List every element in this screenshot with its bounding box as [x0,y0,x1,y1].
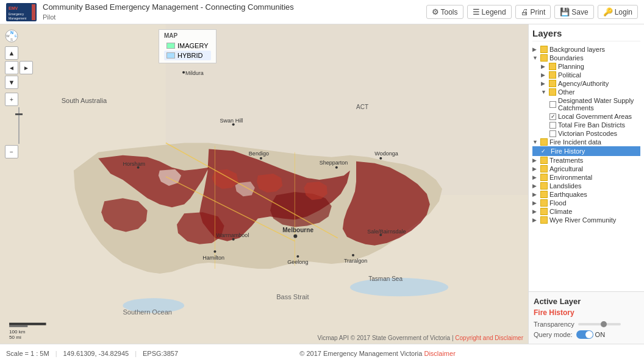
folder-icon [549,63,556,70]
sub-title: Pilot [43,13,294,21]
wye-river-label: Wye River Community [549,216,616,224]
copyright-text: Vicmap API © 2017 State Government of Vi… [317,335,455,341]
tools-button[interactable]: ⚙ Tools [426,5,463,19]
svg-text:E: E [15,34,17,38]
svg-text:Traralgon: Traralgon [344,258,367,264]
map-container[interactable]: South Australia ACT Bass Strait Southern… [0,24,528,344]
imagery-option[interactable]: IMAGERY [164,41,211,51]
expand-icon: ▶ [532,166,538,172]
local-gov-item[interactable]: Local Government Areas [532,112,640,121]
svg-point-23 [293,235,297,238]
compass-rose: N S W E [5,29,18,43]
hybrid-option[interactable]: HYBRID [164,51,211,60]
fire-ban-item[interactable]: Total Fire Ban Districts [532,121,640,129]
environmental-item[interactable]: ▶ Environmental [532,173,640,182]
svg-text:Mildura: Mildura [185,70,204,76]
save-button[interactable]: 💾 Save [554,5,593,19]
svg-text:N: N [10,30,13,35]
agency-label: Agency/Authority [558,80,609,87]
background-layers-label: Background layers [549,46,605,53]
transparency-handle [601,321,607,327]
query-mode-toggle[interactable] [576,330,593,339]
svg-text:South Australia: South Australia [62,97,107,104]
print-button[interactable]: 🖨 Print [515,5,551,19]
svg-text:Hamilton: Hamilton [202,255,224,261]
zoom-track [18,107,20,144]
wye-river-item[interactable]: ▶ Wye River Community [532,216,640,224]
treatments-item[interactable]: ▶ Treatments [532,156,640,165]
header-right: ⚙ Tools ☰ Legend 🖨 Print 💾 Save 🔑 Login [426,5,638,19]
transparency-label: Transparency [534,321,574,328]
fire-history-item[interactable]: ✓ Fire History [532,146,640,156]
layers-section: Layers ▶ Background layers ▼ Boundaries … [529,24,644,291]
copyright-notice: Vicmap API © 2017 State Government of Vi… [317,335,523,341]
political-label: Political [558,71,581,79]
agricultural-label: Agricultural [549,165,583,172]
other-label: Other [558,88,575,96]
checkbox-unchecked[interactable] [549,122,556,129]
earthquakes-item[interactable]: ▶ Earthquakes [532,190,640,199]
agricultural-item[interactable]: ▶ Agricultural [532,165,640,173]
expand-icon: ▼ [532,55,538,61]
pan-right-button[interactable]: ► [20,61,33,74]
political-item[interactable]: ▶ Political [532,71,640,79]
svg-text:Emergency: Emergency [9,12,24,16]
checkbox-unchecked[interactable] [549,101,556,108]
save-label: Save [571,8,588,16]
svg-text:EMV: EMV [9,6,18,10]
fire-incident-item[interactable]: ▼ Fire Incident data [532,138,640,146]
folder-icon [549,71,556,79]
climate-item[interactable]: ▶ Climate [532,207,640,216]
expand-icon: ▶ [541,63,547,69]
svg-point-25 [296,255,299,258]
expand-icon: ▼ [541,89,547,95]
zoom-slider-track[interactable] [5,106,33,145]
legend-button[interactable]: ☰ Legend [467,5,512,19]
right-panel: Layers ▶ Background layers ▼ Boundaries … [528,24,644,344]
agency-item[interactable]: ▶ Agency/Authority [532,79,640,88]
zoom-out-button[interactable]: − [5,145,18,158]
header-left: EMV Emergency Management Community Based… [6,2,294,21]
pan-left-button[interactable]: ◄ [5,61,18,74]
background-layers-item[interactable]: ▶ Background layers [532,45,640,54]
folder-icon [540,182,548,190]
epsg-display: EPSG:3857 [143,350,178,357]
print-label: Print [531,8,546,16]
svg-text:Tasman Sea: Tasman Sea [368,275,402,282]
fire-history-label: Fire History [549,147,587,155]
other-item[interactable]: ▼ Other [532,88,640,96]
svg-text:Wodonga: Wodonga [374,151,399,157]
boundaries-item[interactable]: ▼ Boundaries [532,54,640,62]
query-on-label: ON [595,331,606,338]
postcodes-label: Victorian Postcodes [558,130,617,137]
checkbox-unchecked[interactable] [549,130,556,137]
copyright-link[interactable]: Copyright and Disclaimer [455,335,523,341]
folder-icon [540,157,548,164]
expand-icon: ▶ [532,46,538,52]
planning-item[interactable]: ▶ Planning [532,62,640,71]
expand-icon: ▶ [532,183,538,189]
svg-point-27 [213,250,216,253]
footer-disclaimer-link[interactable]: Disclaimer [424,350,455,357]
save-icon: 💾 [560,7,570,16]
legend-label: Legend [482,8,506,16]
svg-text:100 km: 100 km [9,329,26,335]
active-layer-title: Active Layer [534,297,639,306]
landslides-item[interactable]: ▶ Landslides [532,182,640,190]
main-area: South Australia ACT Bass Strait Southern… [0,24,644,344]
postcodes-item[interactable]: Victorian Postcodes [532,129,640,138]
tools-label: Tools [441,8,458,16]
zoom-in-button[interactable]: + [5,93,18,106]
checkbox-checked[interactable] [549,113,556,120]
login-label: Login [615,8,632,16]
transparency-row: Transparency [534,321,639,328]
designated-water-item[interactable]: Designated Water Supply Catchments [532,96,640,112]
folder-icon [540,46,548,53]
flood-item[interactable]: ▶ Flood [532,199,640,207]
tools-icon: ⚙ [432,7,439,16]
pan-down-button[interactable]: ▼ [5,76,18,89]
login-button[interactable]: 🔑 Login [598,5,638,19]
transparency-slider[interactable] [578,323,621,325]
pan-up-button[interactable]: ▲ [5,46,18,60]
expand-icon: ▶ [541,80,547,87]
